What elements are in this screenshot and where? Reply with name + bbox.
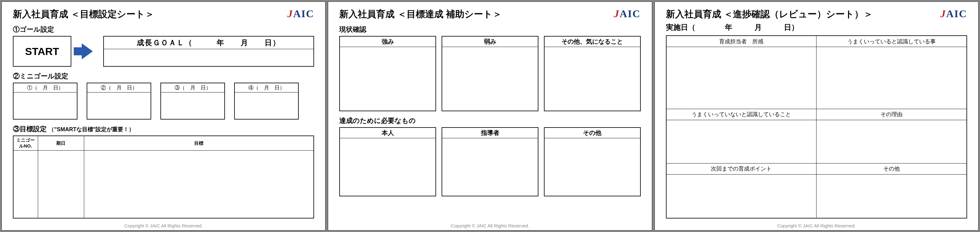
sheet-review: 新入社員育成 ＜進捗確認（レビュー）シート）＞ JAIC 実施日（ 年 月 日）… — [654, 1, 979, 231]
status-check-row: 強み 弱み その他、気になること — [339, 36, 640, 111]
weakness-header: 弱み — [442, 37, 538, 47]
mini-goal-2-header: ②（ 月 日） — [87, 83, 151, 92]
mentor-body — [442, 138, 538, 196]
goal-row: START 成長ＧＯＡＬ（ 年 月 日） — [13, 36, 314, 67]
jaic-logo: JAIC — [614, 8, 640, 20]
concern-body — [544, 47, 640, 111]
cell-goal — [84, 151, 314, 218]
strength-body — [340, 47, 436, 111]
copyright: Copyright © JAIC All Rights Reserved. — [655, 223, 978, 228]
sec1-label: ①ゴール設定 — [13, 25, 314, 34]
start-box: START — [13, 36, 71, 67]
mini-goal-row: ①（ 月 日） ②（ 月 日） ③（ 月 日） ④（ 月 日） — [13, 83, 314, 119]
sheet-goal-setting: 新入社員育成 ＜目標設定シート＞ JAIC ①ゴール設定 START 成長ＧＯＡ… — [1, 1, 326, 231]
review-row1-body — [667, 47, 966, 109]
cell-misc — [816, 175, 966, 218]
sec3-note: （"SMARTな目標"設定が重要！） — [49, 126, 134, 132]
cell-not-going-well-hdr: うまくいっていないと認識していること — [667, 109, 817, 120]
self-body — [340, 138, 436, 196]
sheet2-title: 新入社員育成 ＜目標達成 補助シート＞ — [339, 8, 502, 21]
mini-goal-3-header: ③（ 月 日） — [161, 83, 224, 92]
mentor-box: 指導者 — [442, 127, 538, 196]
sheet3-title: 新入社員育成 ＜進捗確認（レビュー）シート）＞ — [666, 8, 873, 21]
concern-box: その他、気になること — [544, 36, 641, 111]
sec2-label: ②ミニゴール設定 — [13, 72, 314, 81]
review-row2-header: うまくいっていないと認識していること その理由 — [667, 109, 966, 120]
other-body — [544, 138, 640, 196]
growth-goal-body — [104, 49, 313, 66]
weakness-body — [442, 47, 538, 111]
col-no: ミニゴールNO. — [13, 136, 38, 151]
cell-not-going-well — [667, 120, 817, 164]
mini-goal-4-header: ④（ 月 日） — [235, 83, 298, 92]
mini-goal-1: ①（ 月 日） — [13, 83, 78, 119]
jaic-logo: JAIC — [940, 8, 967, 20]
smart-goal-table: ミニゴールNO. 期日 目標 — [13, 135, 314, 218]
sheet1-header: 新入社員育成 ＜目標設定シート＞ JAIC — [13, 8, 314, 21]
mini-goal-3: ③（ 月 日） — [161, 83, 225, 119]
cell-reason — [816, 120, 966, 164]
strength-header: 強み — [340, 37, 436, 47]
mentor-header: 指導者 — [442, 128, 538, 138]
mini-goal-3-body — [161, 92, 224, 119]
review-date: 実施日（ 年 月 日） — [666, 22, 967, 32]
sheet2-sec1: 現状確認 — [339, 25, 640, 34]
col-goal: 目標 — [84, 136, 314, 151]
arrow-wrap — [75, 36, 100, 67]
review-row2-body — [667, 120, 966, 164]
copyright: Copyright © JAIC All Rights Reserved. — [2, 223, 325, 228]
mini-goal-1-body — [14, 92, 77, 119]
sec3-label: ③目標設定 （"SMARTな目標"設定が重要！） — [13, 124, 314, 133]
strength-box: 強み — [339, 36, 436, 111]
weakness-box: 弱み — [442, 36, 538, 111]
cell-going-well — [816, 47, 966, 109]
mini-goal-4-body — [235, 92, 298, 119]
copyright: Copyright © JAIC All Rights Reserved. — [328, 223, 651, 228]
concern-header: その他、気になること — [544, 37, 640, 47]
cell-date — [38, 151, 84, 218]
sheet-support: 新入社員育成 ＜目標達成 補助シート＞ JAIC 現状確認 強み 弱み その他、… — [328, 1, 652, 231]
review-row1-header: 育成担当者 所感 うまくいっていると認識している事 — [667, 36, 966, 47]
jaic-logo: JAIC — [287, 8, 314, 20]
mini-goal-2: ②（ 月 日） — [87, 83, 151, 119]
needs-row: 本人 指導者 その他 — [339, 127, 640, 196]
cell-next-point — [667, 175, 817, 218]
review-row3-body — [667, 175, 966, 218]
mini-goal-1-header: ①（ 月 日） — [14, 83, 77, 92]
review-grid: 育成担当者 所感 うまくいっていると認識している事 うまくいっていないと認識して… — [666, 35, 967, 218]
sheet3-header: 新入社員育成 ＜進捗確認（レビュー）シート）＞ JAIC — [666, 8, 967, 21]
growth-goal-box: 成長ＧＯＡＬ（ 年 月 日） — [103, 36, 314, 67]
cell-next-point-hdr: 次回までの育成ポイント — [667, 164, 817, 175]
arrow-right-icon — [82, 43, 93, 59]
sheet2-header: 新入社員育成 ＜目標達成 補助シート＞ JAIC — [339, 8, 640, 21]
cell-reason-hdr: その理由 — [816, 109, 966, 120]
self-header: 本人 — [340, 128, 436, 138]
sheet2-sec2: 達成のために必要なもの — [339, 116, 640, 126]
cell-trainer-impression-hdr: 育成担当者 所感 — [667, 36, 817, 47]
growth-goal-header: 成長ＧＯＡＬ（ 年 月 日） — [104, 37, 313, 49]
col-date: 期日 — [38, 136, 84, 151]
cell-going-well-hdr: うまくいっていると認識している事 — [816, 36, 966, 47]
review-row3-header: 次回までの育成ポイント その他 — [667, 164, 966, 175]
other-box: その他 — [544, 127, 641, 196]
sheet1-title: 新入社員育成 ＜目標設定シート＞ — [13, 8, 154, 21]
cell-misc-hdr: その他 — [816, 164, 966, 175]
mini-goal-2-body — [87, 92, 151, 119]
cell-no — [13, 151, 38, 218]
other-header: その他 — [544, 128, 640, 138]
mini-goal-4: ④（ 月 日） — [234, 83, 299, 119]
self-box: 本人 — [339, 127, 436, 196]
cell-trainer-impression — [667, 47, 817, 109]
